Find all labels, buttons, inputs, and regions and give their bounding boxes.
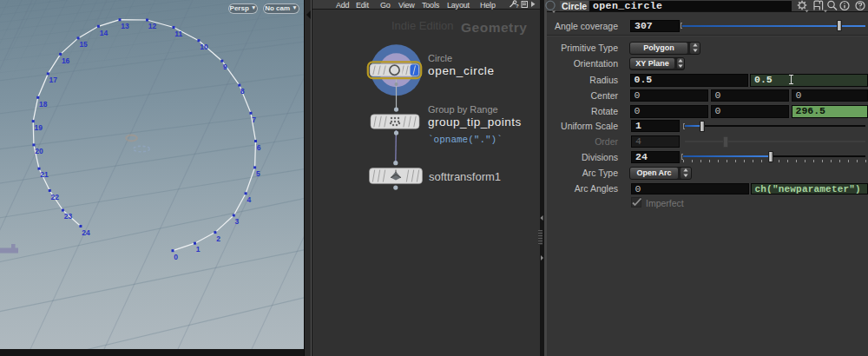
svg-text:23: 23 — [64, 212, 73, 221]
svg-text:20: 20 — [35, 147, 43, 155]
svg-text:10: 10 — [200, 43, 208, 51]
svg-text:12: 12 — [148, 22, 157, 30]
svg-text:2: 2 — [216, 234, 220, 243]
svg-text:3: 3 — [235, 217, 240, 226]
svg-text:21: 21 — [40, 170, 49, 179]
svg-text:4: 4 — [247, 195, 251, 204]
svg-text:19: 19 — [35, 123, 43, 132]
svg-text:15: 15 — [79, 40, 88, 49]
svg-text:11: 11 — [174, 30, 182, 38]
svg-text:16: 16 — [62, 56, 70, 65]
svg-text:14: 14 — [100, 29, 108, 37]
svg-text:1: 1 — [196, 245, 201, 254]
svg-text:17: 17 — [49, 76, 58, 84]
svg-text:8: 8 — [240, 87, 245, 96]
svg-text:6: 6 — [257, 143, 261, 152]
svg-text:0: 0 — [174, 253, 178, 261]
svg-text:5: 5 — [256, 169, 260, 178]
svg-text:24: 24 — [82, 228, 90, 237]
svg-text:7: 7 — [252, 115, 256, 124]
svg-text:22: 22 — [51, 193, 60, 201]
svg-text:9: 9 — [223, 63, 227, 71]
svg-text:18: 18 — [39, 100, 48, 109]
svg-text:13: 13 — [121, 22, 129, 30]
